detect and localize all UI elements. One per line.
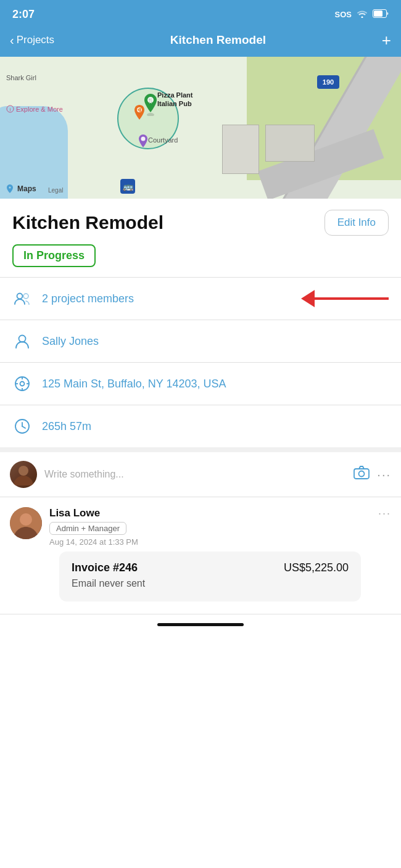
- post-role-badge: Admin + Manager: [49, 522, 126, 535]
- address-row[interactable]: 125 Main St, Buffalo, NY 14203, USA: [0, 363, 401, 405]
- svg-rect-24: [354, 469, 369, 479]
- status-bar: 2:07 SOS: [0, 0, 401, 27]
- main-content: Kitchen Remodel Edit Info In Progress 2 …: [0, 199, 401, 614]
- svg-point-12: [19, 336, 26, 342]
- post-content: Lisa Lowe Admin + Manager Aug 14, 2024 a…: [49, 507, 371, 606]
- map-label-courtyard: Courtyard: [148, 136, 178, 144]
- svg-rect-1: [374, 10, 382, 17]
- post-author-name: Lisa Lowe: [49, 507, 371, 519]
- map-legal: Legal: [48, 187, 63, 194]
- invoice-number: Invoice #246: [72, 561, 138, 574]
- duration-row[interactable]: 265h 57m: [0, 405, 401, 447]
- svg-point-25: [359, 471, 365, 477]
- members-row[interactable]: 2 project members: [0, 278, 401, 320]
- project-title: Kitchen Remodel: [12, 212, 163, 233]
- wifi-icon: [357, 9, 368, 20]
- home-bar: [157, 623, 244, 626]
- svg-point-9: [141, 137, 146, 141]
- svg-text:🍴: 🍴: [147, 97, 154, 104]
- maps-logo: Maps: [5, 184, 36, 194]
- back-chevron-icon: ‹: [10, 34, 14, 46]
- post-timestamp: Aug 14, 2024 at 1:33 PM: [49, 537, 371, 547]
- svg-text:🍕: 🍕: [137, 107, 143, 113]
- post-author-avatar: [10, 507, 42, 539]
- map-background: Shark Girl i Explore & More 190 🍴 🍕: [0, 57, 401, 199]
- status-badge: In Progress: [12, 244, 96, 267]
- svg-point-4: [147, 113, 154, 116]
- highway-badge: 190: [317, 75, 339, 89]
- comment-placeholder[interactable]: Write something...: [44, 469, 346, 480]
- svg-text:i: i: [10, 107, 11, 112]
- map-view[interactable]: Shark Girl i Explore & More 190 🍴 🍕: [0, 57, 401, 199]
- comment-avatar-inner: [10, 461, 37, 488]
- address-text: 125 Main St, Buffalo, NY 14203, USA: [42, 378, 389, 391]
- more-options-icon[interactable]: ···: [377, 468, 391, 482]
- arrow-annotation: [302, 290, 389, 307]
- svg-line-21: [22, 426, 25, 428]
- add-button[interactable]: +: [382, 32, 391, 48]
- svg-point-27: [20, 513, 32, 526]
- project-header: Kitchen Remodel Edit Info: [0, 199, 401, 242]
- map-label-shark-girl: Shark Girl: [6, 74, 36, 81]
- pin-orange: 🍕: [132, 105, 147, 123]
- invoice-email-status: Email never sent: [72, 578, 349, 589]
- post-row: Lisa Lowe Admin + Manager Aug 14, 2024 a…: [0, 497, 401, 614]
- map-building-1: [265, 125, 315, 162]
- status-time: 2:07: [12, 8, 35, 21]
- edit-info-button[interactable]: Edit Info: [325, 210, 389, 236]
- comment-input-row: Write something... ···: [0, 452, 401, 497]
- svg-point-10: [17, 294, 23, 299]
- status-row: In Progress: [0, 242, 401, 277]
- back-button[interactable]: ‹ Projects: [10, 34, 54, 46]
- member-name-row[interactable]: Sally Jones: [0, 320, 401, 362]
- member-name: Sally Jones: [42, 335, 389, 348]
- sos-label: SOS: [335, 10, 352, 19]
- home-indicator: [0, 614, 401, 631]
- map-label-explore: i Explore & More: [6, 105, 63, 113]
- invoice-card[interactable]: Invoice #246 US$5,225.00 Email never sen…: [59, 552, 361, 601]
- arrow-line: [315, 297, 389, 300]
- location-icon: [12, 374, 32, 394]
- duration-text: 265h 57m: [42, 420, 389, 433]
- post-more-icon[interactable]: ···: [378, 507, 391, 520]
- map-building-2: [222, 125, 259, 174]
- transit-icon: 🚌: [120, 179, 135, 194]
- person-icon: [12, 331, 32, 351]
- svg-rect-23: [10, 461, 37, 488]
- invoice-header-row: Invoice #246 US$5,225.00: [72, 561, 349, 574]
- pin-purple: [137, 134, 149, 151]
- battery-icon: [373, 9, 389, 20]
- nav-title: Kitchen Remodel: [170, 33, 266, 47]
- back-label: Projects: [17, 34, 54, 46]
- invoice-amount: US$5,225.00: [284, 561, 349, 574]
- map-label-pizza: Pizza PlantItalian Pub: [157, 91, 192, 109]
- comment-user-avatar: [10, 461, 37, 488]
- arrow-head: [301, 290, 315, 307]
- status-icons: SOS: [335, 9, 389, 20]
- nav-bar: ‹ Projects Kitchen Remodel +: [0, 27, 401, 57]
- clock-icon: [12, 416, 32, 436]
- camera-icon[interactable]: [353, 466, 370, 483]
- post-avatar-inner: [10, 507, 42, 539]
- members-icon: [12, 289, 32, 308]
- svg-point-11: [23, 294, 28, 299]
- section-separator: [0, 447, 401, 452]
- svg-point-14: [20, 382, 25, 386]
